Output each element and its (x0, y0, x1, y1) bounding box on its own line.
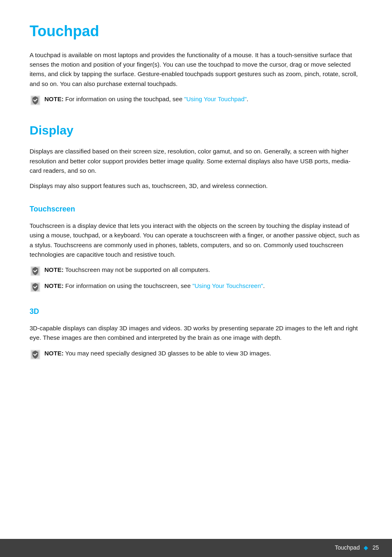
display-body2: Displays may also support features such … (30, 181, 362, 190)
touchscreen-note1-label: NOTE: (44, 266, 64, 273)
touchscreen-note2: NOTE: For information on using the touch… (30, 281, 362, 293)
footer-diamond: ◆ (364, 543, 368, 552)
touchpad-title: Touchpad (30, 20, 362, 43)
note-icon-touchscreen2 (30, 281, 41, 293)
threed-note-content: You may need specially designed 3D glass… (65, 350, 271, 357)
touchscreen-note2-text: NOTE: For information on using the touch… (44, 281, 265, 290)
touchscreen-note1-content: Touchscreen may not be supported on all … (65, 266, 210, 273)
touchscreen-note1: NOTE: Touchscreen may not be supported o… (30, 265, 362, 277)
display-title: Display (30, 121, 362, 140)
display-body1: Displays are classified based on their s… (30, 146, 362, 175)
footer-text: Touchpad ◆ 25 (335, 543, 379, 552)
touchpad-note: NOTE: For information on using the touch… (30, 94, 362, 106)
touchpad-note-content: For information on using the touchpad, s… (65, 95, 249, 102)
touchscreen-title: Touchscreen (30, 204, 362, 215)
footer: Touchpad ◆ 25 (0, 539, 392, 557)
footer-section: Touchpad (335, 543, 360, 552)
touchscreen-note2-content: For information on using the touchscreen… (65, 282, 265, 289)
threed-note-label: NOTE: (44, 350, 64, 357)
page-content: Touchpad A touchpad is available on most… (0, 0, 392, 397)
touchpad-body: A touchpad is available on most laptops … (30, 50, 362, 88)
touchscreen-note2-label: NOTE: (44, 282, 64, 289)
touchscreen-note2-link[interactable]: "Using Your Touchscreen" (192, 282, 263, 289)
note-icon-touchscreen1 (30, 265, 41, 277)
footer-page: 25 (372, 543, 379, 552)
note-icon-touchpad (30, 95, 41, 106)
note-icon-threed (30, 349, 41, 360)
touchpad-note-text: NOTE: For information on using the touch… (44, 94, 249, 104)
touchscreen-note1-text: NOTE: Touchscreen may not be supported o… (44, 265, 210, 274)
threed-body: 3D-capable displays can display 3D image… (30, 323, 362, 343)
touchpad-note-link[interactable]: "Using Your Touchpad" (184, 95, 247, 102)
threed-note: NOTE: You may need specially designed 3D… (30, 348, 362, 360)
threed-title: 3D (30, 306, 362, 318)
threed-note-text: NOTE: You may need specially designed 3D… (44, 348, 271, 358)
touchscreen-body: Touchscreen is a display device that let… (30, 221, 362, 259)
touchpad-note-label: NOTE: (44, 95, 64, 102)
